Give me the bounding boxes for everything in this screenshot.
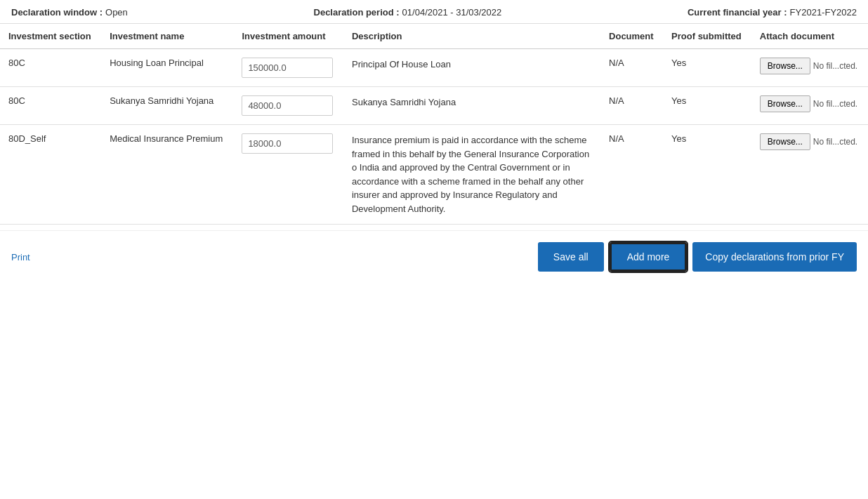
cell-amount-2[interactable] (233, 125, 343, 225)
cell-description-1: Sukanya Samridhi Yojana (343, 87, 600, 125)
cell-description-0: Principal Of House Loan (343, 49, 600, 87)
cell-proof-2: Yes (663, 125, 751, 225)
declaration-window: Declaration window : Open (11, 7, 128, 18)
cell-description-2: Insurance premium is paid in accordance … (343, 125, 600, 225)
amount-input-1[interactable] (242, 95, 333, 116)
browse-button-1[interactable]: Browse... (760, 95, 810, 112)
col-attach: Attach document (751, 24, 868, 49)
cell-name-0: Housing Loan Principal (101, 49, 233, 87)
col-section: Investment section (0, 24, 101, 49)
cell-section-1: 80C (0, 87, 101, 125)
header-bar: Declaration window : Open Declaration pe… (0, 0, 868, 24)
investments-table: Investment section Investment name Inves… (0, 24, 868, 225)
copy-declarations-button[interactable]: Copy declarations from prior FY (692, 242, 857, 272)
col-name: Investment name (101, 24, 233, 49)
footer-buttons: Save all Add more Copy declarations from… (538, 242, 857, 272)
table-row: 80C Sukanya Samridhi Yojana Sukanya Samr… (0, 87, 868, 125)
current-fy-value: FY2021-FY2022 (790, 7, 857, 18)
current-fy-label: Current financial year : (688, 7, 787, 18)
cell-document-2: N/A (600, 125, 663, 225)
cell-section-0: 80C (0, 49, 101, 87)
cell-amount-0[interactable] (233, 49, 343, 87)
declaration-period: Declaration period : 01/04/2021 - 31/03/… (314, 7, 502, 18)
no-file-text-2: No fil...cted. (813, 137, 857, 147)
cell-section-2: 80D_Self (0, 125, 101, 225)
footer: Print Save all Add more Copy declaration… (0, 230, 868, 283)
table-row: 80C Housing Loan Principal Principal Of … (0, 49, 868, 87)
cell-name-1: Sukanya Samridhi Yojana (101, 87, 233, 125)
cell-name-2: Medical Insurance Premium (101, 125, 233, 225)
cell-document-0: N/A (600, 49, 663, 87)
declaration-window-label: Declaration window : (11, 7, 103, 18)
cell-proof-0: Yes (663, 49, 751, 87)
no-file-text-0: No fil...cted. (813, 61, 857, 71)
col-proof: Proof submitted (663, 24, 751, 49)
print-link[interactable]: Print (11, 252, 30, 262)
cell-attach-0: Browse... No fil...cted. (751, 49, 868, 87)
table-header-row: Investment section Investment name Inves… (0, 24, 868, 49)
amount-input-0[interactable] (242, 58, 333, 78)
cell-amount-1[interactable] (233, 87, 343, 125)
cell-attach-2: Browse... No fil...cted. (751, 125, 868, 225)
cell-attach-1: Browse... No fil...cted. (751, 87, 868, 125)
declaration-period-value: 01/04/2021 - 31/03/2022 (402, 7, 502, 18)
investments-table-wrapper: Investment section Investment name Inves… (0, 24, 868, 225)
add-more-button[interactable]: Add more (610, 242, 688, 272)
current-fy: Current financial year : FY2021-FY2022 (688, 7, 857, 18)
declaration-window-value: Open (105, 7, 128, 18)
cell-document-1: N/A (600, 87, 663, 125)
col-description: Description (343, 24, 600, 49)
no-file-text-1: No fil...cted. (813, 99, 857, 109)
declaration-period-label: Declaration period : (314, 7, 400, 18)
amount-input-2[interactable] (242, 133, 333, 154)
col-amount: Investment amount (233, 24, 343, 49)
cell-proof-1: Yes (663, 87, 751, 125)
table-row: 80D_Self Medical Insurance Premium Insur… (0, 125, 868, 225)
col-document: Document (600, 24, 663, 49)
save-all-button[interactable]: Save all (538, 242, 604, 272)
browse-button-0[interactable]: Browse... (760, 58, 810, 74)
browse-button-2[interactable]: Browse... (760, 133, 810, 150)
